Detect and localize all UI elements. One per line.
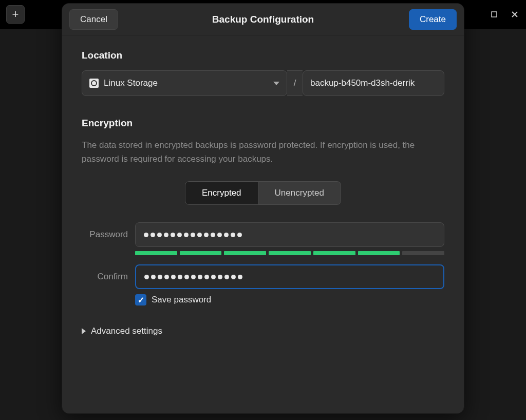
advanced-settings-label: Advanced settings <box>91 326 162 336</box>
password-dot <box>217 233 222 237</box>
password-dot <box>177 233 182 237</box>
encrypted-option[interactable]: Encrypted <box>185 181 258 205</box>
password-dot <box>151 275 156 279</box>
maximize-button[interactable] <box>489 9 499 20</box>
confirm-password-input[interactable] <box>135 264 444 289</box>
password-dot <box>151 233 155 237</box>
password-dot <box>231 275 236 279</box>
storage-dropdown[interactable]: Linux Storage <box>82 70 287 96</box>
location-heading: Location <box>82 50 444 61</box>
backup-path-input[interactable]: backup-b450m-d3sh-derrik <box>303 70 444 96</box>
password-dot <box>164 233 168 237</box>
advanced-settings-toggle[interactable]: Advanced settings <box>82 326 444 336</box>
password-dot <box>184 233 189 237</box>
encryption-heading: Encryption <box>82 118 444 129</box>
cancel-button[interactable]: Cancel <box>69 9 118 30</box>
encryption-toggle: Encrypted Unencrypted <box>82 181 444 205</box>
save-password-checkbox[interactable]: ✓ <box>135 294 146 306</box>
backup-config-dialog: Cancel Backup Configuration Create Locat… <box>62 3 464 414</box>
password-dot <box>211 275 216 279</box>
password-dot <box>197 233 202 237</box>
close-button[interactable] <box>510 9 520 20</box>
chevron-right-icon <box>82 328 86 334</box>
password-label: Password <box>82 230 135 240</box>
password-dot <box>158 275 162 279</box>
password-dot <box>231 233 235 237</box>
password-strength-meter <box>135 251 444 255</box>
password-dot <box>238 275 242 279</box>
password-dot <box>184 275 189 279</box>
strength-segment <box>180 251 222 255</box>
strength-segment <box>135 251 177 255</box>
drive-icon <box>89 79 99 88</box>
dialog-header: Cancel Backup Configuration Create <box>62 4 464 35</box>
password-dot <box>178 275 182 279</box>
create-button[interactable]: Create <box>409 9 457 30</box>
password-dot <box>191 233 195 237</box>
confirm-label: Confirm <box>82 272 135 282</box>
save-password-label: Save password <box>152 295 211 305</box>
storage-dropdown-value: Linux Storage <box>104 78 158 88</box>
password-dot <box>237 233 242 237</box>
checkmark-icon: ✓ <box>138 295 144 305</box>
strength-segment <box>402 251 444 255</box>
password-input[interactable] <box>135 222 444 247</box>
path-separator: / <box>287 70 303 96</box>
svg-rect-0 <box>492 12 497 17</box>
password-dot <box>204 275 209 279</box>
unencrypted-option[interactable]: Unencrypted <box>258 181 341 205</box>
password-dot <box>144 275 149 279</box>
dialog-title: Backup Configuration <box>212 14 314 25</box>
password-dot <box>204 233 209 237</box>
chevron-down-icon <box>273 82 279 85</box>
strength-segment <box>358 251 400 255</box>
password-dot <box>224 275 229 279</box>
close-icon <box>511 11 518 18</box>
maximize-icon <box>491 11 497 17</box>
strength-segment <box>224 251 266 255</box>
new-button[interactable]: + <box>6 5 25 24</box>
password-dot <box>144 233 148 237</box>
password-dot <box>211 233 215 237</box>
password-dot <box>164 275 169 279</box>
password-dot <box>224 233 229 237</box>
password-dot <box>157 233 162 237</box>
password-dot <box>171 275 176 279</box>
plus-icon: + <box>12 8 19 21</box>
password-dot <box>198 275 202 279</box>
password-dot <box>191 275 196 279</box>
password-dot <box>218 275 222 279</box>
encryption-description: The data stored in encrypted backups is … <box>82 138 444 166</box>
password-dot <box>171 233 175 237</box>
strength-segment <box>269 251 311 255</box>
strength-segment <box>313 251 355 255</box>
